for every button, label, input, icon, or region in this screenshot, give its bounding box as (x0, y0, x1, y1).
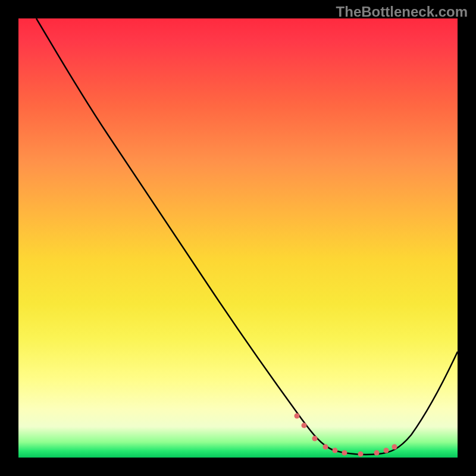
marker-dot (358, 452, 364, 457)
marker-dot (384, 448, 389, 453)
marker-dot (312, 436, 318, 441)
marker-dot (295, 414, 300, 419)
optimal-range-dots (295, 414, 397, 457)
marker-dot (392, 444, 397, 450)
marker-dot (333, 448, 338, 453)
bottleneck-curve-line (36, 18, 458, 455)
marker-dot (302, 423, 307, 428)
watermark-text: TheBottleneck.com (336, 4, 468, 20)
marker-dot (342, 450, 347, 456)
marker-dot (374, 450, 380, 456)
chart-svg (18, 18, 458, 458)
marker-dot (323, 444, 328, 450)
plot-area (18, 18, 458, 458)
